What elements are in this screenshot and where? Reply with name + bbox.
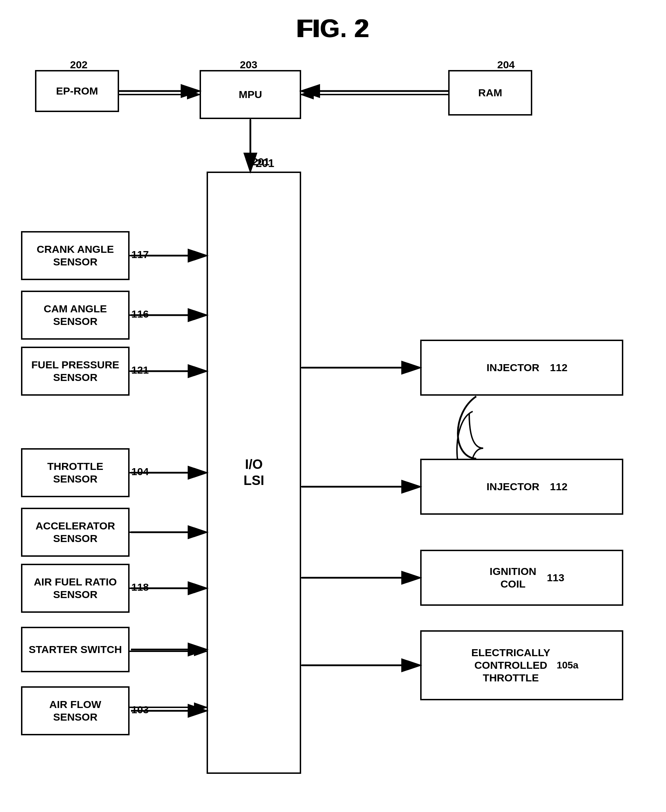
throttle-box: THROTTLE SENSOR [21, 448, 130, 497]
diagram-container: FIG. 2 [0, 0, 666, 812]
injector2-num: 112 [550, 480, 568, 493]
cam-angle-box: CAM ANGLE SENSOR [21, 291, 130, 340]
ignition-num: 113 [547, 572, 564, 584]
ignition-box: IGNITION COIL 113 [420, 550, 623, 606]
injector2-box: INJECTOR 112 [420, 459, 623, 515]
mpu-box: MPU [199, 70, 301, 119]
fuel-pressure-box: FUEL PRESSURE SENSOR [21, 347, 130, 396]
cam-angle-num: 116 [131, 308, 149, 320]
ram-num: 204 [497, 59, 515, 71]
crank-angle-box: CRANK ANGLE SENSOR [21, 231, 130, 280]
injector1-num: 112 [550, 361, 568, 374]
io-lsi-num-label: 201 [256, 157, 274, 170]
air-flow-box: AIR FLOW SENSOR [21, 686, 130, 735]
elec-throttle-num: 105a [557, 659, 579, 671]
elec-throttle-box: ELECTRICALLY CONTROLLED THROTTLE 105a [420, 630, 623, 700]
air-fuel-num: 118 [131, 581, 149, 593]
injector1-box: INJECTOR 112 [420, 340, 623, 396]
air-fuel-box: AIR FUEL RATIO SENSOR [21, 564, 130, 613]
crank-angle-num: 117 [131, 249, 149, 260]
fuel-pressure-num: 121 [131, 364, 149, 376]
ram-box: RAM [448, 70, 532, 115]
starter-box: STARTER SWITCH [21, 627, 130, 672]
air-flow-num: 103 [131, 704, 149, 716]
eprom-num: 202 [70, 59, 87, 71]
throttle-num: 104 [131, 466, 149, 478]
mpu-num: 203 [240, 59, 257, 71]
accelerator-box: ACCELERATOR SENSOR [21, 508, 130, 557]
fig-title-label: FIG. 2 [298, 14, 368, 43]
io-lsi-box: I/O LSI [207, 171, 301, 774]
eprom-box: EP-ROM [35, 70, 119, 112]
